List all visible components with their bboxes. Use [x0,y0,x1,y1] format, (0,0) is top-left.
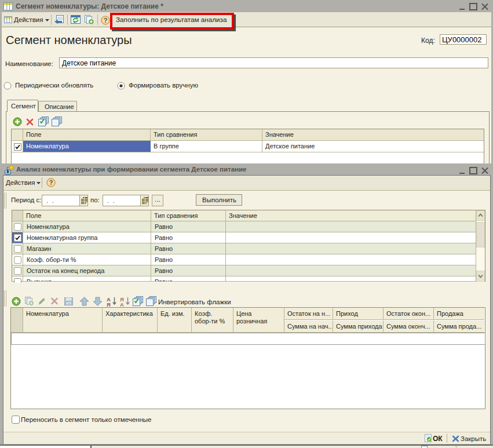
svg-text:А: А [120,301,124,307]
svg-text:?: ? [49,179,53,186]
svg-text:Я: Я [107,301,111,307]
svg-text:?: ? [104,17,108,24]
svg-text:ОК: ОК [67,302,71,305]
